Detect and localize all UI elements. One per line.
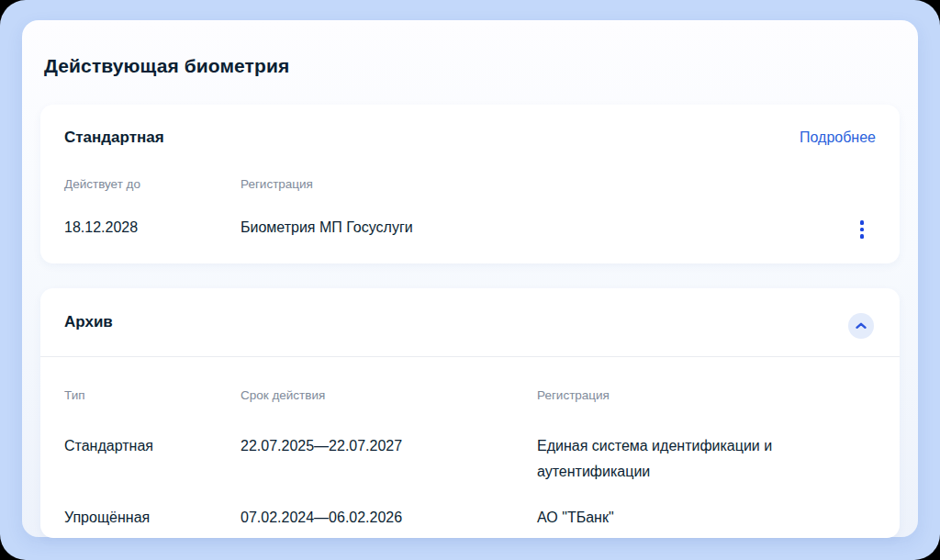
- row-type-value: Стандартная: [64, 433, 241, 485]
- archive-card: Архив Тип Срок действия Регистрация Стан…: [40, 288, 900, 538]
- archive-collapse-button[interactable]: [848, 313, 874, 339]
- table-row: Упрощённая 07.02.2024—06.02.2026 АО "ТБа…: [64, 505, 876, 531]
- registration-column-header: Регистрация: [537, 383, 876, 409]
- registration-label: Регистрация: [241, 177, 876, 191]
- table-row: Стандартная 22.07.2025—22.07.2027 Единая…: [64, 433, 876, 485]
- valid-until-label: Действует до: [64, 177, 241, 191]
- chevron-up-icon: [856, 322, 867, 330]
- row-period-value: 07.02.2024—06.02.2026: [241, 505, 537, 531]
- page-title: Действующая биометрия: [40, 20, 900, 77]
- standard-card-menu-button[interactable]: [850, 218, 874, 241]
- row-registration-value: АО "ТБанк": [537, 505, 812, 531]
- row-period-value: 22.07.2025—22.07.2027: [241, 433, 537, 485]
- app-background: Действующая биометрия Стандартная Подроб…: [0, 0, 940, 560]
- row-registration-value: Единая система идентификации и аутентифи…: [537, 433, 812, 485]
- standard-card-header: Стандартная Подробнее: [64, 129, 876, 147]
- standard-card-values: 18.12.2028 Биометрия МП Госуслуги: [64, 219, 876, 236]
- valid-until-value: 18.12.2028: [64, 219, 241, 236]
- standard-biometry-card: Стандартная Подробнее Действует до Регис…: [40, 105, 900, 263]
- kebab-menu-icon: [860, 220, 865, 239]
- standard-card-labels: Действует до Регистрация: [64, 177, 876, 191]
- archive-table-header-row: Тип Срок действия Регистрация: [64, 383, 876, 409]
- row-type-value: Упрощённая: [64, 505, 241, 531]
- registration-value: Биометрия МП Госуслуги: [241, 219, 876, 236]
- period-column-header: Срок действия: [241, 383, 537, 409]
- archive-card-header: Архив: [40, 288, 900, 356]
- standard-card-title: Стандартная: [64, 129, 164, 147]
- biometrics-panel: Действующая биометрия Стандартная Подроб…: [22, 20, 918, 537]
- archive-table: Тип Срок действия Регистрация Стандартна…: [40, 357, 900, 531]
- type-column-header: Тип: [64, 383, 241, 409]
- details-link[interactable]: Подробнее: [800, 129, 876, 146]
- archive-card-title: Архив: [64, 313, 113, 331]
